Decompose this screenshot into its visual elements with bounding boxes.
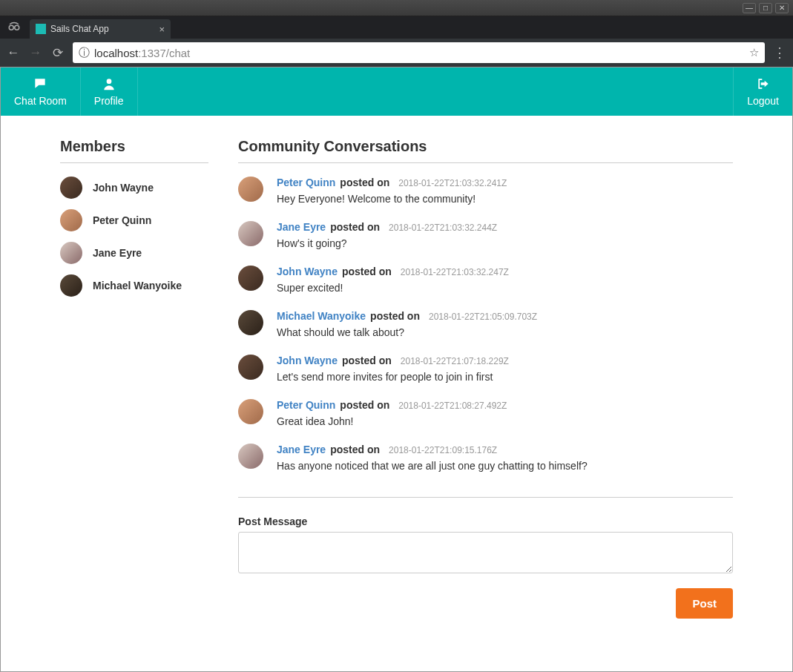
nav-chat-label: Chat Room <box>14 95 67 107</box>
post-text: How's it going? <box>277 237 724 249</box>
avatar <box>238 444 263 469</box>
post-verb: posted on <box>342 266 392 277</box>
compose-label: Post Message <box>238 515 733 527</box>
post: Michael Wanyoikeposted on2018-01-22T21:0… <box>238 310 724 338</box>
svg-point-2 <box>106 79 111 84</box>
avatar <box>60 242 82 264</box>
post-timestamp: 2018-01-22T21:09:15.176Z <box>389 445 497 455</box>
post-text: Let's send more invites for people to jo… <box>277 371 724 383</box>
message-feed[interactable]: Peter Quinnposted on2018-01-22T21:03:32.… <box>238 177 733 488</box>
avatar <box>60 209 82 231</box>
post: John Wayneposted on2018-01-22T21:07:18.2… <box>238 355 724 383</box>
logout-icon <box>755 76 771 93</box>
url-host: localhost <box>94 47 138 59</box>
browser-tab[interactable]: Sails Chat App × <box>30 19 171 39</box>
tab-title: Sails Chat App <box>50 24 109 34</box>
nav-logout-label: Logout <box>747 95 779 107</box>
post-verb: posted on <box>342 355 392 366</box>
address-bar[interactable]: ⓘ localhost:1337/chat ☆ <box>73 42 765 63</box>
window-maximize-button[interactable]: □ <box>759 3 772 13</box>
avatar <box>238 266 263 291</box>
member-name: Michael Wanyoike <box>93 280 182 291</box>
post-text: Hey Everyone! Welcome to the community! <box>277 193 724 205</box>
post-verb: posted on <box>370 310 420 322</box>
avatar <box>238 177 263 202</box>
member-name: Jane Eyre <box>93 247 142 259</box>
post-author[interactable]: John Wayne <box>277 355 338 366</box>
post-timestamp: 2018-01-22T21:03:32.247Z <box>401 267 509 277</box>
post-verb: posted on <box>330 444 380 455</box>
post-timestamp: 2018-01-22T21:08:27.492Z <box>398 401 507 411</box>
browser-tab-strip: Sails Chat App × <box>0 16 793 39</box>
user-icon <box>102 76 116 93</box>
divider <box>238 497 733 498</box>
app-navbar: Chat Room Profile Logout <box>1 67 792 116</box>
url-path: /chat <box>166 47 191 59</box>
site-info-icon[interactable]: ⓘ <box>79 46 90 60</box>
post-author[interactable]: Jane Eyre <box>277 444 326 455</box>
member-row[interactable]: Peter Quinn <box>60 209 208 231</box>
post: Peter Quinnposted on2018-01-22T21:08:27.… <box>238 399 724 427</box>
avatar <box>60 177 82 199</box>
nav-logout[interactable]: Logout <box>733 67 792 116</box>
avatar <box>238 221 263 246</box>
post-verb: posted on <box>340 177 389 188</box>
compose-textarea[interactable] <box>238 532 733 573</box>
forward-button[interactable]: → <box>28 45 43 60</box>
post: Jane Eyreposted on2018-01-22T21:03:32.24… <box>238 221 724 249</box>
post-author[interactable]: Peter Quinn <box>277 177 335 188</box>
svg-point-1 <box>15 25 19 30</box>
reload-button[interactable]: ⟳ <box>50 45 65 61</box>
post: John Wayneposted on2018-01-22T21:03:32.2… <box>238 266 724 294</box>
members-sidebar: Members John WaynePeter QuinnJane EyreMi… <box>60 138 208 619</box>
tab-favicon <box>36 24 46 34</box>
nav-chat-room[interactable]: Chat Room <box>1 67 81 116</box>
page-content: Chat Room Profile Logout Members John Wa… <box>0 67 793 672</box>
post: Peter Quinnposted on2018-01-22T21:03:32.… <box>238 177 724 205</box>
member-name: John Wayne <box>93 182 154 194</box>
back-button[interactable]: ← <box>6 45 21 60</box>
chat-icon <box>32 76 48 93</box>
avatar <box>238 310 263 335</box>
conversations-heading: Community Conversations <box>238 138 733 155</box>
member-row[interactable]: John Wayne <box>60 177 208 199</box>
post: Jane Eyreposted on2018-01-22T21:09:15.17… <box>238 444 724 472</box>
post-author[interactable]: John Wayne <box>277 266 338 277</box>
member-row[interactable]: Michael Wanyoike <box>60 274 208 297</box>
os-titlebar: ― □ ✕ <box>0 0 793 16</box>
avatar <box>238 399 263 424</box>
post-timestamp: 2018-01-22T21:05:09.703Z <box>429 312 537 322</box>
post-timestamp: 2018-01-22T21:03:32.241Z <box>398 178 507 188</box>
post-verb: posted on <box>340 399 389 411</box>
nav-profile-label: Profile <box>94 95 124 107</box>
conversation-main: Community Conversations Peter Quinnposte… <box>238 138 733 619</box>
post-text: Has anyone noticed that we are all just … <box>277 460 724 472</box>
divider <box>238 162 733 163</box>
post-author[interactable]: Jane Eyre <box>277 221 326 233</box>
window-close-button[interactable]: ✕ <box>775 3 789 13</box>
members-heading: Members <box>60 138 208 155</box>
svg-point-0 <box>9 25 13 30</box>
post-author[interactable]: Michael Wanyoike <box>277 310 366 322</box>
url-text: localhost:1337/chat <box>94 47 190 59</box>
post-button[interactable]: Post <box>676 588 733 619</box>
browser-menu-button[interactable]: ⋮ <box>772 45 787 61</box>
post-author[interactable]: Peter Quinn <box>277 399 335 411</box>
nav-profile[interactable]: Profile <box>81 67 138 116</box>
post-timestamp: 2018-01-22T21:07:18.229Z <box>401 356 509 366</box>
post-text: Super excited! <box>277 282 724 294</box>
bookmark-star-icon[interactable]: ☆ <box>749 46 759 59</box>
tab-close-icon[interactable]: × <box>159 24 165 35</box>
browser-toolbar: ← → ⟳ ⓘ localhost:1337/chat ☆ ⋮ <box>0 39 793 67</box>
avatar <box>60 274 82 297</box>
avatar <box>238 355 263 380</box>
window-minimize-button[interactable]: ― <box>743 3 756 13</box>
post-verb: posted on <box>330 221 380 233</box>
post-text: What should we talk about? <box>277 326 724 338</box>
divider <box>60 162 208 163</box>
post-timestamp: 2018-01-22T21:03:32.244Z <box>389 223 497 233</box>
member-row[interactable]: Jane Eyre <box>60 242 208 264</box>
incognito-icon <box>7 21 21 33</box>
post-text: Great idea John! <box>277 415 724 427</box>
url-port: :1337 <box>138 47 166 59</box>
